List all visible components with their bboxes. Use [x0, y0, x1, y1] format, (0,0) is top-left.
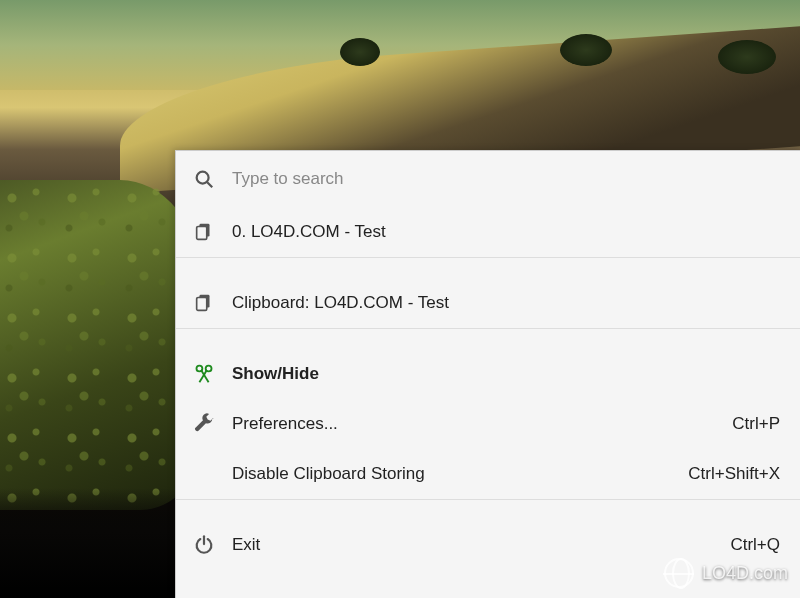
- clipboard-icon: [192, 220, 216, 244]
- menu-exit[interactable]: Exit Ctrl+Q: [176, 520, 800, 570]
- menu-disable-storing[interactable]: Disable Clipboard Storing Ctrl+Shift+X: [176, 449, 800, 499]
- search-icon: [192, 167, 216, 191]
- clipboard-current-item[interactable]: Clipboard: LO4D.COM - Test: [176, 278, 800, 328]
- svg-rect-3: [197, 227, 207, 240]
- clipboard-icon: [192, 291, 216, 315]
- tray-context-menu: Type to search 0. LO4D.COM - Test Clipbo…: [175, 150, 800, 598]
- search-input[interactable]: Type to search: [232, 169, 780, 189]
- menu-show-hide[interactable]: Show/Hide: [176, 349, 800, 399]
- scissors-icon: [192, 362, 216, 386]
- wrench-icon: [192, 412, 216, 436]
- svg-line-1: [207, 182, 212, 187]
- history-item-label: 0. LO4D.COM - Test: [232, 222, 780, 242]
- search-row[interactable]: Type to search: [176, 151, 800, 207]
- clipboard-current-label: Clipboard: LO4D.COM - Test: [232, 293, 780, 313]
- menu-preferences-shortcut: Ctrl+P: [732, 414, 780, 434]
- menu-show-hide-label: Show/Hide: [232, 364, 780, 384]
- menu-disable-storing-label: Disable Clipboard Storing: [232, 464, 672, 484]
- menu-preferences-label: Preferences...: [232, 414, 716, 434]
- power-icon: [192, 533, 216, 557]
- blank-icon: [192, 462, 216, 486]
- menu-exit-shortcut: Ctrl+Q: [730, 535, 780, 555]
- menu-disable-storing-shortcut: Ctrl+Shift+X: [688, 464, 780, 484]
- svg-point-0: [197, 172, 209, 184]
- svg-rect-5: [197, 298, 207, 311]
- history-item[interactable]: 0. LO4D.COM - Test: [176, 207, 800, 257]
- menu-preferences[interactable]: Preferences... Ctrl+P: [176, 399, 800, 449]
- menu-exit-label: Exit: [232, 535, 714, 555]
